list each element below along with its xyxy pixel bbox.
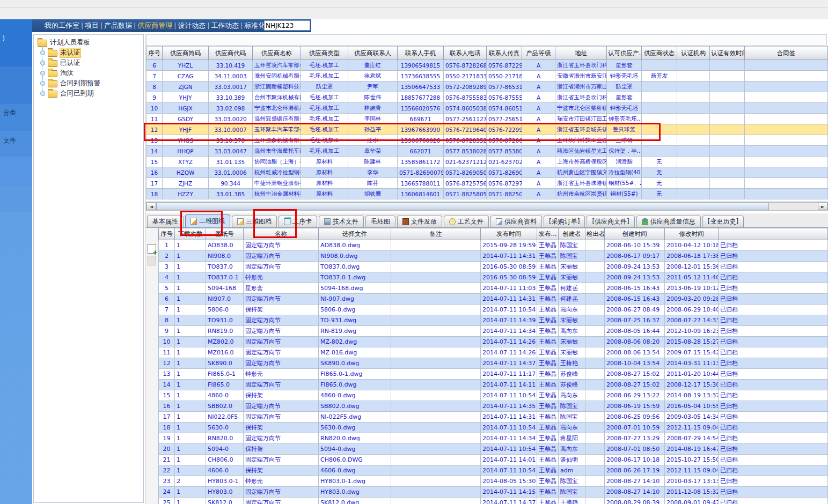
tree-item-5[interactable]: 合同已到期 [40, 88, 143, 99]
menu-item-1[interactable]: 我的工作室 [43, 21, 81, 31]
table-row[interactable]: 12YHJF33.10.0007玉环聚丰汽车零部件...毛坯.机加工孙益平139… [146, 124, 828, 135]
tab-12[interactable]: 供应商质量信息 [636, 216, 701, 227]
tab-10[interactable]: [采购订单] [544, 216, 585, 227]
table-row[interactable]: 9YHJY33.10.389台州市聚洋机械有限...毛坯.机加工陈世伟18857… [146, 92, 828, 103]
table-row[interactable]: 101MZ802.0固定端万向节MZ-802.dwg2014-07-11 14:… [159, 337, 828, 347]
column-header[interactable]: 创建时间 [605, 228, 665, 240]
table-row[interactable]: 2214606-0保持架4606-0.dwg2014-07-11 10:54王黎… [159, 465, 828, 476]
table-row[interactable]: 161SB802.0固定端万向节SB802.0.dwg2014-07-11 14… [159, 401, 828, 412]
column-header[interactable]: 供应商联系人 [348, 47, 398, 60]
table-row[interactable]: 17ZJHZ90.344中捷环洲钢业股份有...原材料陈芬13665788011… [146, 178, 828, 189]
table-row[interactable]: 31TO837.0固定端万向节TO837.0.dwg2016-05-30 08:… [159, 262, 828, 272]
table-row[interactable]: 111MZ016.0固定端万向节MZ-016.dwg2014-07-11 14:… [159, 347, 828, 358]
scroll-left-arrow-icon[interactable]: ◄ [146, 203, 156, 210]
table-row[interactable]: 232HY803.0-1钟形壳HY803.0-1.dwg2014-08-05 1… [159, 476, 828, 487]
menu-item-5[interactable]: 设计动态 [176, 21, 207, 31]
table-row[interactable]: 10HGJX33.02.098宁波市北仑环港机械...毛坯.机加工林婉青1356… [146, 103, 828, 114]
tab-7[interactable]: 文件发放 [397, 216, 442, 227]
column-header[interactable]: 序号 [159, 228, 175, 240]
table-row[interactable]: 61NI907.0固定端万向节NI-907.dwg2014-07-11 14:3… [159, 294, 828, 305]
table-row[interactable]: 18HZZY33.01.385杭州中冶金属材料有...原材料胡铁鹰1360681… [146, 189, 828, 199]
tab-11[interactable]: [供应商文件] [587, 216, 634, 227]
tree-root-planner-board[interactable]: 计划人员看板 [37, 38, 143, 48]
table-row[interactable]: 7CZAG34.11.0003滁州安固机械有限公...毛坯.机加工徐君斌1373… [146, 71, 828, 81]
tab-3[interactable]: 三维图档 [232, 216, 277, 227]
table-row[interactable]: 91RN819.0固定端万向节RN-819.dwg2014-07-11 14:3… [159, 326, 828, 337]
tab-9[interactable]: 供应商资料 [490, 216, 542, 227]
table-row[interactable]: 191RN820.0固定端万向节RN820.0.dwg2014-07-11 14… [159, 433, 828, 444]
table-row[interactable]: 16HZQW33.01.0006杭州乾威冷拉型钢有...原材料李华0571-82… [146, 167, 828, 178]
table-row[interactable]: 11GSDY33.03.0020温州冠盛锻压有限公...毛坯.机加工李国林669… [146, 114, 828, 124]
tab-5[interactable]: 技术文件 [319, 216, 364, 227]
table-row[interactable]: 211CH806.0固定端万向节CH806.0.DWG2014-07-11 14… [159, 455, 828, 465]
menu-item-4[interactable]: 供应商管理 [136, 21, 174, 31]
column-header[interactable] [719, 228, 828, 240]
table-row[interactable]: 171NI022.0F5固定端万向节NI-022F5.dwg2014-07-11… [159, 412, 828, 423]
table-row[interactable]: 141FI865.0固定端万向节FI865.0.dwg2014-07-11 14… [159, 380, 828, 390]
column-header[interactable]: 供应商状态 [642, 47, 677, 60]
column-header[interactable]: 合同签 [745, 47, 828, 60]
menu-item-3[interactable]: 产品数据 [102, 21, 134, 31]
table-row[interactable]: 15XTYZ31.01.135协同油脂（上海）有...原材料陈建林1358586… [146, 157, 828, 167]
column-header[interactable]: 地址 [555, 47, 607, 60]
column-header[interactable]: 下载次数 [175, 228, 206, 240]
table-row[interactable]: 6YHZL33.10.419玉环哲凌汽车零部件...毛坯.机加工董庄红13906… [146, 60, 828, 71]
column-header[interactable]: 供应商简码 [163, 47, 209, 60]
table-row[interactable]: 715806-0保持架5806-0.dwg2014-07-11 10:54王黎晶… [159, 305, 828, 315]
table-row[interactable]: 14HHQP33.03.0047温州市华海摩托车配...毛坯.机加工章华荣662… [146, 146, 828, 157]
table-row[interactable]: 1815630-0保持架5630-0.dwg2014-07-11 10:54王黎… [159, 423, 828, 433]
table-row[interactable]: 11AD838.0固定端万向节AD838.0.dwg2015-09-28 19:… [159, 240, 828, 251]
tab-2[interactable]: 二维图纸 [185, 214, 230, 227]
table-row[interactable]: 2015094-0保持架5094-0.dwg2014-07-11 10:54王黎… [159, 444, 828, 455]
column-header[interactable]: 备注 [391, 228, 481, 240]
column-header[interactable]: 选择文件 [319, 228, 391, 240]
column-header[interactable]: 产品等级 [522, 47, 555, 60]
tab-4[interactable]: 工序卡 [279, 216, 317, 227]
tree-item-1[interactable]: 未认证 [40, 48, 143, 58]
document-disabled-icon[interactable] [148, 256, 156, 265]
table-row[interactable]: 241HY803.0固定端万向节HY803.0.dwg2014-07-11 14… [159, 487, 828, 498]
left-dock-sidebar[interactable]: ) 分类 文件 [0, 19, 32, 504]
table-row[interactable]: 515094-168星形套5094-168.dwg2014-07-11 11:0… [159, 283, 828, 294]
table-row[interactable]: 41TO837.0-1钟形壳TO837.0-1.dwg2016-05-30 08… [159, 272, 828, 283]
column-header[interactable]: 供应商类型 [301, 47, 348, 60]
column-header[interactable]: 联系人传真 [487, 47, 522, 60]
column-header[interactable]: 认可供应产... [607, 47, 642, 60]
column-header[interactable]: 创建者 [559, 228, 585, 240]
add-document-icon[interactable] [148, 244, 156, 254]
table-row[interactable]: 1514860-0保持架4860-0.dwg2014-07-11 10:54王黎… [159, 390, 828, 401]
column-header[interactable]: 供应商代码 [209, 47, 253, 60]
column-header[interactable]: 发布时间 [481, 228, 537, 240]
tree-item-2[interactable]: 已认证 [40, 58, 143, 68]
table-row[interactable]: 121SK890.0固定端万向节SK890.0.dwg2014-07-11 14… [159, 358, 828, 369]
tab-8[interactable]: 工艺文件 [444, 216, 489, 227]
table-row[interactable]: 13YHQS33.10.378玉环强森机械有限公...毛坯.机加工江水13906… [146, 135, 828, 146]
column-header[interactable]: 供应商名称 [253, 47, 301, 60]
scrollbar-track[interactable] [769, 203, 818, 210]
column-header[interactable]: 修改时间 [665, 228, 719, 240]
table-row[interactable]: 21NI908.0固定端万向节NI908.0.dwg2014-07-11 14:… [159, 251, 828, 262]
column-header[interactable]: 认证机构 [677, 47, 710, 60]
tab-1[interactable]: 基本属性 [147, 216, 184, 227]
menu-item-6[interactable]: 工作动态 [209, 21, 240, 31]
table-row[interactable]: 8ZJGN33.03.0017浙江固耐橡塑科技有...防尘罩尹军13506647… [146, 81, 828, 92]
tree-item-3[interactable]: 淘汰 [40, 68, 143, 78]
table-row[interactable]: 81TO931.0固定端万向节TO-931.dwg2014-07-11 14:3… [159, 315, 828, 326]
tab-13[interactable]: [变更历史] [702, 216, 744, 227]
column-header[interactable]: 序号 [146, 47, 163, 60]
column-header[interactable]: 联系人电话 [444, 47, 487, 60]
table-row[interactable]: 131FI865.0-1钟形壳FI865.0-1.dwg2014-07-11 1… [159, 369, 828, 380]
scrollbar-thumb[interactable] [156, 203, 769, 210]
column-header[interactable]: 图纸号 [206, 228, 244, 240]
column-header[interactable]: 认证有效时间 [710, 47, 745, 60]
scroll-right-arrow-icon[interactable]: ► [818, 203, 827, 210]
column-header[interactable]: 检出者 [585, 228, 605, 240]
tab-6[interactable]: 毛坯图 [365, 216, 395, 227]
column-header[interactable]: 名称 [244, 228, 319, 240]
tree-item-4[interactable]: 合同到期预警 [40, 78, 143, 88]
menu-item-7[interactable]: 标准化 [243, 21, 267, 31]
table-row[interactable]: 251SK812.0固定端万向节SK812.0.dwg2014-07-11 14… [159, 498, 828, 504]
menu-item-2[interactable]: 项目 [83, 21, 100, 31]
column-header[interactable]: 联系人手机 [398, 47, 444, 60]
quick-code-input[interactable] [264, 20, 310, 31]
